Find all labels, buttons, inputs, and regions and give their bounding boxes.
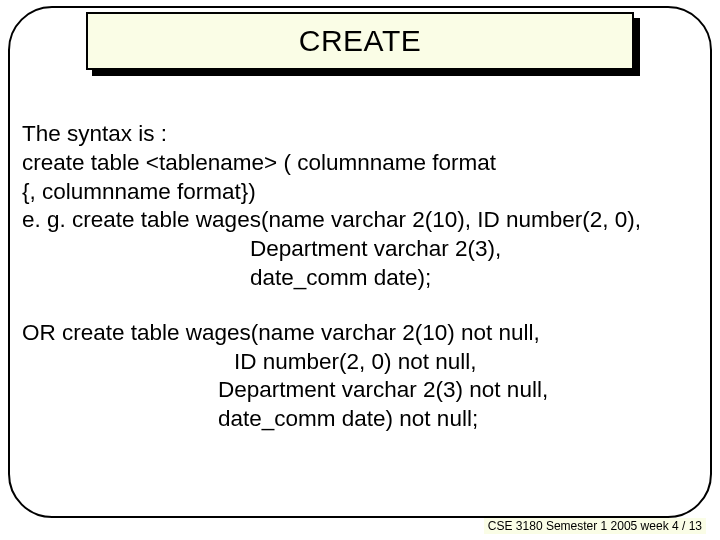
example-1-line-3: date_comm date);	[22, 264, 698, 293]
example-2-line-1: OR create table wages(name varchar 2(10)…	[22, 319, 698, 348]
slide-body: The syntax is : create table <tablename>…	[22, 120, 698, 434]
example-2-line-2: ID number(2, 0) not null,	[22, 348, 698, 377]
spacer	[22, 293, 698, 319]
example-2-line-4: date_comm date) not null;	[22, 405, 698, 434]
syntax-line-1: create table <tablename> ( columnname fo…	[22, 149, 698, 178]
example-1-line-2: Department varchar 2(3),	[22, 235, 698, 264]
slide-footer: CSE 3180 Semester 1 2005 week 4 / 13	[484, 518, 706, 534]
title-box: CREATE	[86, 12, 634, 70]
example-1-line-1: e. g. create table wages(name varchar 2(…	[22, 206, 698, 235]
slide-title: CREATE	[299, 24, 421, 58]
syntax-intro: The syntax is :	[22, 120, 698, 149]
syntax-line-2: {, columnname format})	[22, 178, 698, 207]
example-2-line-3: Department varchar 2(3) not null,	[22, 376, 698, 405]
